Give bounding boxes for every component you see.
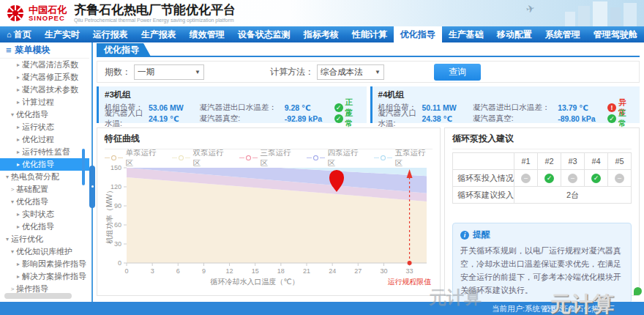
unit-card-4: #4机组 机组负荷： 50.11 MW 凝汽器进出口水温差： 13.79 ℃ !…	[370, 86, 640, 123]
nav-item[interactable]: 生产报表	[135, 26, 183, 42]
sidebar-item[interactable]: ▸实时状态	[0, 208, 89, 220]
inlet-temp-value: 24.38 ℃	[422, 114, 473, 123]
nav-item[interactable]: 管理驾驶舱	[587, 26, 644, 42]
sidebar-item[interactable]: ▸优化过程	[0, 133, 89, 146]
legend-marker-icon	[381, 155, 386, 160]
svg-text:30: 30	[380, 267, 387, 275]
svg-text:0: 0	[124, 267, 128, 275]
water-temp-diff-value: 9.28 ℃	[285, 103, 334, 112]
legend-item[interactable]: 四泵运行区	[307, 148, 365, 168]
legend-item[interactable]: 双泵运行区	[172, 148, 231, 168]
sidebar-item[interactable]: ▸运行状态	[0, 121, 89, 133]
unit-card-3: #3机组 机组负荷： 53.06 MW 凝汽器进出口水温差： 9.28 ℃ ✓正…	[97, 86, 367, 123]
pump-status-row: 循环泵投入情况 – ✓ – ✓ –	[453, 170, 632, 187]
content-tabstrip: 优化指导	[97, 42, 640, 56]
legend-item[interactable]: 三泵运行区	[239, 148, 298, 168]
tree-arrow-icon: ▾	[4, 174, 11, 180]
pump-status-cell: ✓	[538, 170, 561, 187]
brand-name-cn: 中国石化	[29, 5, 67, 15]
menu-icon[interactable]: ≡	[6, 45, 12, 56]
sidebar-horizontal-scrollbar[interactable]	[4, 293, 72, 299]
nav-item[interactable]: 设备状态监测	[231, 26, 297, 42]
pump-column-header: #5	[608, 153, 632, 170]
status-icon: ✓	[334, 114, 343, 123]
splitter-handle[interactable]	[89, 166, 95, 208]
period-label: 期数：	[105, 66, 131, 78]
sidebar-vertical-scrollbar[interactable]	[82, 149, 85, 185]
period-select[interactable]: 一期▼	[134, 64, 204, 80]
sinopec-logo-icon	[6, 4, 25, 23]
status-badge: ✓正常	[334, 108, 361, 129]
legend-marker-icon	[246, 155, 251, 160]
nav-item[interactable]: 生产基础	[442, 26, 490, 42]
nav-item-home[interactable]: ⌂首页	[0, 26, 38, 42]
legend-marker-icon	[111, 155, 116, 160]
tree-arrow-icon: ▸	[15, 273, 22, 280]
sidebar-item[interactable]: ▾热电负荷分配	[0, 171, 89, 183]
svg-text:90: 90	[114, 202, 121, 210]
method-select[interactable]: 综合成本法▼	[317, 64, 384, 80]
method-label: 计算方法：	[270, 66, 314, 78]
sidebar-item[interactable]: >基础配置	[0, 183, 89, 196]
legend-item[interactable]: 五泵运行区	[374, 148, 433, 168]
tree-arrow-icon: >	[9, 186, 16, 193]
chevron-down-icon: ▼	[375, 69, 381, 75]
tree-arrow-icon: ▸	[15, 62, 22, 68]
nav-item[interactable]: 生产实时	[38, 26, 86, 42]
svg-text:18: 18	[277, 267, 285, 275]
tab-optimization-guidance[interactable]: 优化指导	[97, 43, 151, 56]
nav-item[interactable]: 指标考核	[297, 26, 345, 42]
tree-arrow-icon: ▾	[4, 236, 11, 242]
svg-text:循环冷却水入口温度（℃）: 循环冷却水入口温度（℃）	[209, 278, 299, 286]
sidebar-item[interactable]: ▸计算过程	[0, 96, 89, 108]
nav-item[interactable]: 运行报表	[86, 26, 135, 42]
water-temp-diff-value: 13.79 ℃	[558, 103, 607, 112]
pump-column-header: #4	[585, 153, 608, 170]
svg-text:27: 27	[354, 267, 362, 275]
sidebar-item-selected[interactable]: ▸优化指导	[0, 158, 89, 171]
sidebar-item[interactable]: ▸凝汽器清洁系数	[0, 59, 89, 71]
watermark-leaf-icon	[634, 287, 642, 295]
nav-item-active[interactable]: 优化指导	[394, 26, 442, 42]
svg-text:12: 12	[226, 267, 233, 275]
sidebar-item[interactable]: ▾运行优化	[0, 233, 89, 245]
tree-arrow-icon: ▸	[15, 124, 22, 130]
nav-item[interactable]: 移动配置	[490, 26, 539, 42]
sidebar-item[interactable]: ▸优化指导	[0, 220, 89, 233]
svg-text:9: 9	[202, 267, 206, 275]
sidebar-splitter[interactable]	[89, 42, 95, 302]
characteristic-curve-panel: 特征曲线 单泵运行区 双泵运行区 三泵运行区 四泵运行区 五泵运行区 03060…	[97, 127, 441, 296]
svg-text:✈: ✈	[525, 2, 536, 15]
sidebar-item[interactable]: ▸凝汽器技术参数	[0, 84, 89, 96]
pump-status-cell: ✓	[585, 170, 608, 187]
query-button[interactable]: 查询	[434, 64, 481, 81]
chevron-down-icon: ▼	[195, 69, 201, 75]
svg-text:150: 150	[111, 164, 121, 171]
svg-text:30: 30	[114, 240, 121, 248]
tree-arrow-icon: >	[9, 286, 16, 292]
tree-arrow-icon: ▸	[15, 136, 22, 143]
sidebar-item[interactable]: ▸凝汽器修正系数	[0, 71, 89, 84]
chart-legend: 单泵运行区 双泵运行区 三泵运行区 四泵运行区 五泵运行区	[105, 152, 433, 163]
unit-name: #3机组	[105, 89, 361, 100]
pump-panel-title: 循环泵投入建议	[452, 133, 632, 149]
sidebar-item[interactable]: ▸影响因素操作指导	[0, 258, 89, 270]
nav-item[interactable]: 系统管理	[539, 26, 587, 42]
nav-item[interactable]: 性能计算	[345, 26, 394, 42]
sidebar-item[interactable]: ▸解决方案操作指导	[0, 270, 89, 283]
operating-zone-chart: 030609012015003691215182124273033循环冷却水入口…	[105, 163, 431, 288]
pump-suggestion-panel: 循环泵投入建议 #1 #2 #3 #4 #5 循环泵投入情况 – ✓ –	[444, 127, 640, 296]
sidebar: ≡ 菜单模块 ▸凝汽器清洁系数 ▸凝汽器修正系数 ▸凝汽器技术参数 ▸计算过程 …	[0, 42, 89, 302]
pump-on-icon: ✓	[544, 174, 554, 183]
nav-item[interactable]: 绩效管理	[183, 26, 231, 42]
sidebar-item[interactable]: ▾优化指导	[0, 108, 89, 121]
sidebar-item[interactable]: ▾优化知识库维护	[0, 245, 89, 258]
svg-text:21: 21	[303, 267, 310, 275]
sidebar-item[interactable]: ▾优化指导	[0, 196, 89, 208]
tree-arrow-icon: ▾	[9, 111, 16, 118]
sidebar-header: ≡ 菜单模块	[0, 42, 89, 59]
status-badge: ✓正常	[607, 108, 634, 129]
svg-text:33: 33	[406, 267, 413, 275]
sidebar-item[interactable]: ▸运行特性监督	[0, 146, 89, 158]
pump-suggestion-row: 循环泵建议投入 2台	[453, 187, 632, 204]
